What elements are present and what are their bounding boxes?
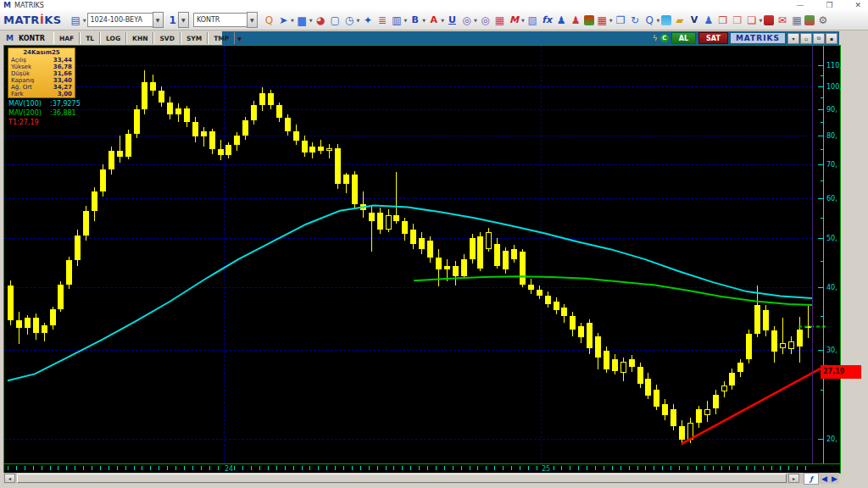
chart-area[interactable]: 110,100,90,80,70,60,50,40,30,20, 27,19 2… bbox=[3, 45, 841, 474]
search-icon[interactable]: Q▼ bbox=[643, 13, 660, 28]
chart-window-button-3[interactable]: ▪ bbox=[826, 33, 837, 44]
symbol-combo-caret[interactable]: ▼ bbox=[247, 12, 258, 28]
indicator2-circle-icon[interactable]: ◎ bbox=[479, 13, 492, 28]
formula-button[interactable]: ƒ bbox=[804, 473, 819, 485]
font-color-icon[interactable]: A▼ bbox=[427, 13, 444, 28]
maximize-button[interactable]: ❐ bbox=[826, 1, 832, 9]
bell-icon[interactable] bbox=[764, 13, 774, 28]
period-button-tl[interactable]: TL bbox=[80, 32, 100, 44]
page-number-caret[interactable]: ▼ bbox=[178, 12, 189, 28]
chart-window-icon[interactable]: ▧ bbox=[526, 13, 539, 28]
candle-body bbox=[754, 305, 760, 334]
close-button[interactable]: ✕ bbox=[854, 1, 861, 9]
period-button-tmp[interactable]: TMP bbox=[208, 32, 235, 44]
chat-icon[interactable] bbox=[804, 13, 815, 28]
candle-body bbox=[763, 310, 769, 330]
x-tick bbox=[687, 466, 688, 470]
calendar-icon[interactable]: ▦▼ bbox=[596, 13, 613, 28]
legend-item: MAV(200) :36,881 bbox=[8, 109, 76, 117]
minimize-button[interactable]: — bbox=[796, 1, 804, 9]
period-button-haf[interactable]: HAF bbox=[53, 32, 80, 44]
candle-body bbox=[528, 285, 534, 290]
x-tick bbox=[788, 466, 789, 470]
buy-button[interactable]: AL bbox=[671, 32, 696, 44]
workspace-combo[interactable]: 1024-100-BEYA bbox=[87, 13, 153, 27]
candle-body bbox=[805, 326, 811, 328]
chart-window-button-1[interactable]: ▫ bbox=[800, 33, 812, 44]
workspace-combo-caret[interactable]: ▼ bbox=[153, 12, 164, 28]
x-tick bbox=[494, 466, 495, 470]
nav-right-icon[interactable]: ▶ bbox=[829, 474, 840, 483]
scrollbar-thumb[interactable] bbox=[17, 474, 787, 483]
period-caret[interactable]: ▼ bbox=[237, 36, 242, 42]
indicator-circle-icon[interactable]: ◎▼ bbox=[460, 13, 477, 28]
gears-icon[interactable]: ⚙ bbox=[816, 13, 829, 28]
period-button-sym[interactable]: SYM bbox=[181, 32, 208, 44]
chart-window-button-0[interactable]: ▾ bbox=[787, 33, 799, 44]
lightning-icon[interactable]: ϟ bbox=[653, 34, 658, 42]
sell-button[interactable]: SAT bbox=[698, 32, 728, 44]
person-icon[interactable]: ♟ bbox=[555, 13, 568, 28]
pointer-icon[interactable]: ➤▼ bbox=[277, 13, 294, 28]
x-tick bbox=[335, 466, 336, 470]
symbol-combo[interactable]: KONTR bbox=[193, 13, 247, 27]
period-button-khn[interactable]: KHN bbox=[126, 32, 153, 44]
bar-chart-icon[interactable]: ▆▼ bbox=[296, 13, 313, 28]
x-tick bbox=[620, 466, 621, 470]
x-tick bbox=[595, 466, 596, 470]
candlestick-plot[interactable] bbox=[4, 46, 813, 463]
x-tick bbox=[318, 466, 319, 470]
candle-body bbox=[16, 320, 22, 328]
grid-icon[interactable]: ▦ bbox=[493, 13, 506, 28]
info-row: Kapanış33,40 bbox=[8, 77, 75, 84]
x-tick bbox=[427, 466, 428, 470]
handshake-icon[interactable]: ✦ bbox=[361, 13, 374, 28]
c-badge[interactable]: C bbox=[660, 34, 669, 42]
candle-body bbox=[436, 258, 442, 269]
x-tick bbox=[242, 466, 243, 470]
page-number[interactable]: 1 bbox=[170, 14, 176, 26]
gold-icon[interactable]: ▰ bbox=[673, 13, 686, 28]
zoom-icon[interactable]: Q bbox=[263, 13, 275, 28]
documents-icon[interactable]: ❐ bbox=[615, 13, 627, 28]
candle-body bbox=[461, 259, 467, 277]
refresh-icon[interactable]: ↻ bbox=[629, 13, 642, 28]
x-tick bbox=[746, 466, 747, 470]
chart-scrollbar[interactable]: ◂ ▸ ƒ ◀ ▶ bbox=[3, 473, 839, 484]
window3-icon[interactable]: ❏▼ bbox=[745, 13, 762, 28]
window-gear-icon[interactable]: ❒ bbox=[716, 13, 729, 28]
x-tick bbox=[386, 466, 387, 470]
save-icon[interactable]: ▤▼ bbox=[70, 13, 86, 28]
period-button-svd[interactable]: SVD bbox=[153, 32, 180, 44]
person-chart-icon[interactable]: ♟ bbox=[702, 13, 715, 28]
x-tick bbox=[654, 466, 654, 470]
plot-right-boundary bbox=[812, 46, 813, 463]
x-tick bbox=[696, 466, 697, 470]
underline-icon[interactable]: U bbox=[446, 13, 459, 28]
window2-icon[interactable]: ❒ bbox=[731, 13, 743, 28]
people-icon[interactable]: ♟ bbox=[570, 13, 582, 28]
calculator-icon[interactable]: ▦ bbox=[790, 13, 803, 28]
x-tick bbox=[805, 466, 806, 470]
candle-body bbox=[192, 122, 198, 136]
function-icon[interactable]: fx bbox=[541, 13, 554, 28]
x-tick bbox=[578, 466, 579, 470]
chart-window-button-2[interactable]: ⧉ bbox=[813, 33, 825, 44]
traffic-light-icon[interactable] bbox=[584, 13, 594, 28]
twitter-icon[interactable] bbox=[661, 13, 671, 28]
monitor-icon[interactable]: ▢ bbox=[329, 13, 342, 28]
x-tick bbox=[293, 466, 294, 470]
book-icon[interactable]: ▥▼ bbox=[390, 13, 407, 28]
v-icon[interactable]: V bbox=[687, 13, 700, 28]
levels-icon[interactable]: ≣ bbox=[376, 13, 388, 28]
mail-icon[interactable]: ✉ bbox=[776, 13, 788, 28]
scroll-right-button[interactable]: ▸ bbox=[788, 474, 799, 483]
scroll-left-button[interactable]: ◂ bbox=[4, 474, 15, 483]
matriks-mark-icon[interactable]: M▼ bbox=[508, 13, 525, 28]
period-button-log[interactable]: LOG bbox=[100, 32, 126, 44]
clock-icon[interactable]: ◷▼ bbox=[343, 13, 360, 28]
pie-chart-icon[interactable]: ◕ bbox=[314, 13, 327, 28]
bold-icon[interactable]: B▼ bbox=[409, 13, 426, 28]
x-tick bbox=[528, 466, 529, 470]
x-tick bbox=[83, 466, 84, 470]
